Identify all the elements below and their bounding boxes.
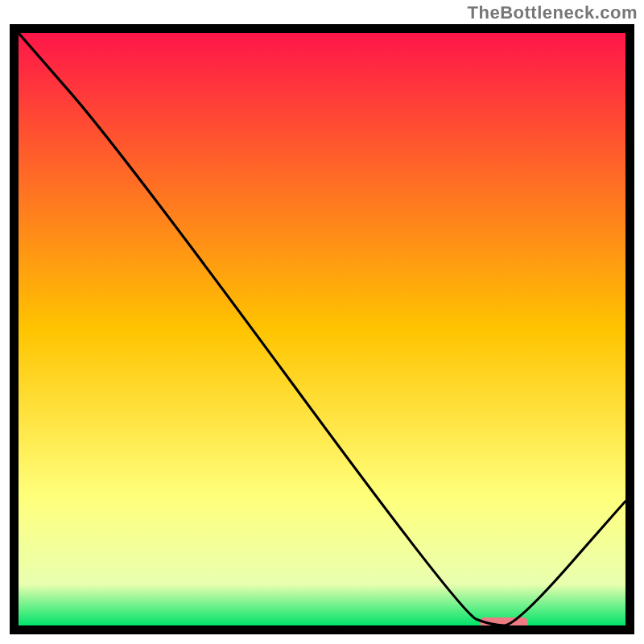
chart-container: TheBottleneck.com (0, 0, 644, 644)
watermark-text: TheBottleneck.com (468, 2, 638, 23)
bottleneck-curve (19, 33, 625, 625)
chart-frame (10, 24, 634, 634)
